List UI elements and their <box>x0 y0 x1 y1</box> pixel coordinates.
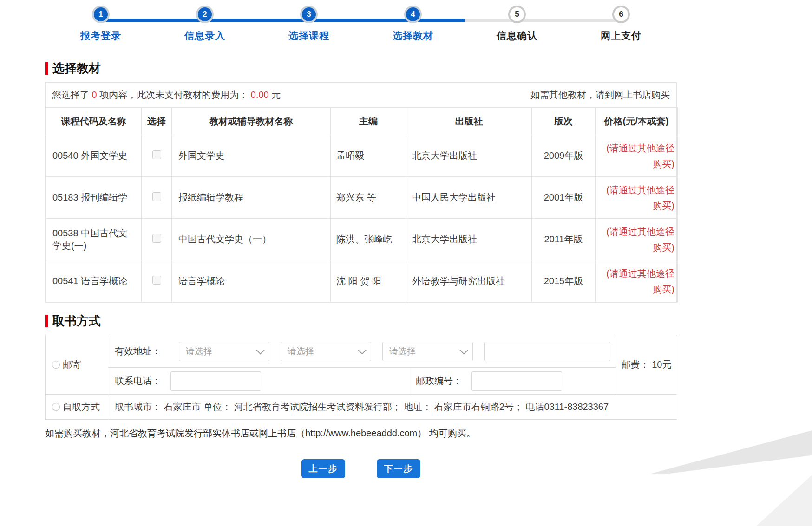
address-row: 有效地址： 请选择 请选择 请选择 <box>108 335 616 368</box>
step-label-5: 信息确认 <box>497 29 537 42</box>
corner-watermark-shape <box>756 475 812 526</box>
step-label-3: 选择课程 <box>288 29 329 42</box>
prev-step-button[interactable]: 上一步 <box>301 459 345 478</box>
zip-cell: 邮政编号： <box>409 368 616 395</box>
pickup-radio[interactable] <box>52 403 60 411</box>
phone-label: 联系电话： <box>115 376 161 386</box>
textbook-table: 课程代码及名称 选择 教材或辅导教材名称 主编 出版社 版次 价格(元/本或套)… <box>46 107 678 302</box>
delivery-table: 邮寄 有效地址： 请选择 请选择 请选择 <box>45 335 677 420</box>
section-title-text: 选择教材 <box>52 60 101 77</box>
step-circle-1: 1 <box>92 6 110 23</box>
textbook-box: 您选择了 0 项内容，此次未支付教材的费用为： 0.00 元 如需其他教材，请到… <box>45 82 677 303</box>
selection-summary-row: 您选择了 0 项内容，此次未支付教材的费用为： 0.00 元 如需其他教材，请到… <box>46 83 676 107</box>
price-note-line2: 购买) <box>601 198 674 214</box>
chevron-down-icon <box>358 346 366 354</box>
price-note-line2: 购买) <box>601 240 674 255</box>
textbook-section-title: 选择教材 <box>45 60 677 77</box>
row-checkbox[interactable] <box>152 234 161 243</box>
step-circle-5: 5 <box>508 6 526 23</box>
summary-unit: 元 <box>269 90 281 100</box>
mail-radio-label: 邮寄 <box>63 359 81 370</box>
pickup-option[interactable]: 自取方式 <box>46 395 108 420</box>
editor: 陈洪、张峰屹 <box>331 219 406 260</box>
publisher: 中国人民大学出版社 <box>406 177 532 219</box>
selection-summary: 您选择了 0 项内容，此次未支付教材的费用为： 0.00 元 <box>52 89 281 101</box>
col-header-book: 教材或辅导教材名称 <box>172 108 331 135</box>
table-row: 00540 外国文学史 外国文学史 孟昭毅 北京大学出版社 2009年版 (请通… <box>46 135 678 177</box>
price-note-line1: (请通过其他途径 <box>601 224 674 240</box>
course-name: 00538 中国古代文学史(一) <box>46 219 142 260</box>
col-header-editor: 主编 <box>331 108 406 135</box>
selected-count: 0 <box>92 90 97 100</box>
chevron-down-icon <box>256 346 264 354</box>
price-note-line1: (请通过其他途径 <box>601 140 674 156</box>
zip-input[interactable] <box>471 371 562 391</box>
red-accent-bar <box>45 62 48 75</box>
price-note-line1: (请通过其他途径 <box>601 182 674 198</box>
editor: 沈 阳 贺 阳 <box>331 260 406 302</box>
price-note: (请通过其他途径购买) <box>596 135 678 177</box>
zip-label: 邮政编号： <box>416 376 462 386</box>
col-header-publisher: 出版社 <box>406 108 532 135</box>
province-select[interactable]: 请选择 <box>179 342 269 361</box>
step-label-4: 选择教材 <box>393 29 433 42</box>
book-name: 中国古代文学史（一） <box>172 219 331 260</box>
step-baokao-login: 1 报考登录 <box>49 6 153 42</box>
publisher: 北京大学出版社 <box>406 219 532 260</box>
step-confirm-info: 5 信息确认 <box>465 6 569 42</box>
table-header-row: 课程代码及名称 选择 教材或辅导教材名称 主编 出版社 版次 价格(元/本或套) <box>46 108 678 135</box>
price-note: (请通过其他途径购买) <box>596 260 678 302</box>
col-header-course: 课程代码及名称 <box>46 108 142 135</box>
next-step-button[interactable]: 下一步 <box>377 459 420 478</box>
red-accent-bar <box>45 315 48 327</box>
row-checkbox[interactable] <box>152 276 161 285</box>
book-name: 报纸编辑学教程 <box>172 177 331 219</box>
row-checkbox[interactable] <box>152 150 161 159</box>
step-online-pay: 6 网上支付 <box>569 6 673 42</box>
province-select-value: 请选择 <box>186 345 212 357</box>
pickup-radio-label: 自取方式 <box>63 402 100 412</box>
chevron-down-icon <box>459 346 468 354</box>
step-circle-4: 4 <box>404 6 422 23</box>
delivery-section-title: 取书方式 <box>45 313 677 329</box>
course-name: 00540 外国文学史 <box>46 135 142 177</box>
other-textbook-note: 如需其他教材，请到网上书店购买 <box>530 89 670 101</box>
edition: 2001年版 <box>532 177 596 219</box>
table-row: 00538 中国古代文学史(一) 中国古代文学史（一） 陈洪、张峰屹 北京大学出… <box>46 219 678 260</box>
step-label-2: 信息录入 <box>184 29 225 42</box>
price-note-line2: 购买) <box>601 156 674 172</box>
step-circle-3: 3 <box>300 6 318 23</box>
step-info-entry: 2 信息录入 <box>153 6 257 42</box>
step-select-textbook: 4 选择教材 <box>361 6 465 42</box>
col-header-select: 选择 <box>142 108 172 135</box>
step-select-course: 3 选择课程 <box>257 6 361 42</box>
course-name: 05183 报刊编辑学 <box>46 177 142 219</box>
editor: 郑兴东 等 <box>331 177 406 219</box>
city-select[interactable]: 请选择 <box>281 342 371 361</box>
phone-cell: 联系电话： <box>108 368 409 395</box>
col-header-price: 价格(元/本或套) <box>596 108 678 135</box>
publisher: 北京大学出版社 <box>406 135 532 177</box>
price-note-line1: (请通过其他途径 <box>601 266 674 281</box>
edition: 2009年版 <box>532 135 596 177</box>
section-title-text: 取书方式 <box>52 313 101 329</box>
step-label-1: 报考登录 <box>80 29 121 42</box>
mail-radio[interactable] <box>52 361 60 369</box>
city-select-value: 请选择 <box>288 345 314 357</box>
price-note: (请通过其他途径购买) <box>596 219 678 260</box>
price-note-line2: 购买) <box>601 281 674 297</box>
phone-input[interactable] <box>170 371 261 391</box>
price-note: (请通过其他途径购买) <box>596 177 678 219</box>
summary-prefix: 您选择了 <box>52 90 92 100</box>
step-circle-6: 6 <box>612 6 630 23</box>
col-header-edition: 版次 <box>532 108 596 135</box>
row-checkbox[interactable] <box>152 192 161 201</box>
district-select[interactable]: 请选择 <box>382 342 473 361</box>
step-circle-2: 2 <box>196 6 214 23</box>
summary-middle: 项内容，此次未支付教材的费用为： <box>97 90 251 100</box>
address-detail-input[interactable] <box>484 342 610 361</box>
edition: 2015年版 <box>532 260 596 302</box>
mail-option[interactable]: 邮寄 <box>46 335 108 395</box>
course-name: 00541 语言学概论 <box>46 260 142 302</box>
book-name: 外国文学史 <box>172 135 331 177</box>
